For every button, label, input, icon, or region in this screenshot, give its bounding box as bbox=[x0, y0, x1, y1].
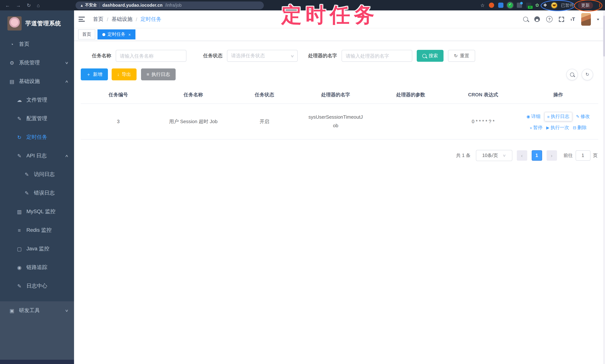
sidebar-item-access-log[interactable]: ✎ 访问日志 bbox=[0, 165, 74, 184]
sidebar-item-infra[interactable]: ▤ 基础设施 ∧ bbox=[0, 72, 74, 91]
scrollbar-thumb[interactable] bbox=[603, 16, 605, 57]
col-handler-param: 处理器的参数 bbox=[373, 86, 448, 104]
chevron-down-icon: ∨ bbox=[502, 154, 506, 157]
sidebar-item-api-log[interactable]: ✎ API 日志 ∧ bbox=[0, 147, 74, 165]
eye-icon: ◉ bbox=[16, 264, 22, 271]
github-icon[interactable] bbox=[534, 16, 540, 22]
sidebar-item-label: Redis 监控 bbox=[26, 227, 52, 234]
task-name-label: 任务名称 bbox=[92, 52, 111, 59]
not-secure-badge[interactable]: ▲ 不安全 bbox=[80, 3, 97, 8]
browser-back-icon[interactable]: ← bbox=[5, 2, 10, 8]
sidebar-bottom-strip bbox=[0, 360, 74, 364]
extension-icon[interactable] bbox=[507, 3, 513, 8]
sidebar-item-log-center[interactable]: ✎ 日志中心 bbox=[0, 277, 74, 295]
extension-icon[interactable] bbox=[517, 3, 522, 8]
list-icon: ≡ bbox=[547, 114, 550, 119]
run-once-link[interactable]: ▶ 执行一次 bbox=[546, 125, 569, 131]
sidebar-item-label: 文件管理 bbox=[26, 97, 47, 104]
next-page-button[interactable]: › bbox=[546, 150, 557, 161]
breadcrumb-separator: / bbox=[107, 16, 108, 22]
search-button[interactable]: 搜索 bbox=[417, 50, 444, 62]
reset-button[interactable]: ↻ 重置 bbox=[448, 50, 475, 62]
table-toolbar: ＋ 新增 ↓ 导出 ≡ 执行日志 ↻ bbox=[81, 68, 598, 80]
delete-link[interactable]: ⊟ 删除 bbox=[573, 125, 587, 131]
task-name-input[interactable] bbox=[116, 50, 186, 62]
chevron-down-icon[interactable]: ▾ bbox=[597, 17, 600, 21]
browser-home-icon[interactable]: ⌂ bbox=[37, 2, 40, 8]
sidebar-item-scheduled-jobs[interactable]: ↻ 定时任务 bbox=[0, 128, 74, 147]
table-row: 3 用户 Session 超时 Job 开启 sysUserSessionTim… bbox=[81, 104, 598, 139]
chevron-up-icon: ∧ bbox=[65, 80, 69, 83]
export-button-label: 导出 bbox=[122, 71, 131, 78]
chevron-down-icon: ∨ bbox=[65, 309, 69, 312]
profile-emoji-avatar[interactable] bbox=[551, 2, 557, 8]
add-button[interactable]: ＋ 新增 bbox=[81, 68, 108, 80]
detail-link[interactable]: ◉ 详细 bbox=[526, 114, 540, 120]
browser-forward-icon[interactable]: → bbox=[16, 2, 21, 8]
extension-icon[interactable] bbox=[489, 3, 494, 8]
sidebar-item-config-manage[interactable]: ✎ 配置管理 bbox=[0, 109, 74, 128]
font-size-icon[interactable]: тT bbox=[570, 16, 575, 22]
sidebar-item-label: 首页 bbox=[19, 41, 29, 48]
breadcrumb-infra[interactable]: 基础设施 bbox=[112, 16, 132, 23]
cell-job-name: 用户 Session 超时 Job bbox=[156, 104, 231, 139]
exec-log-button[interactable]: ≡ 执行日志 bbox=[141, 68, 176, 80]
fullscreen-icon[interactable] bbox=[559, 16, 564, 22]
app-header: 首页 / 基础设施 / 定时任务 ? тT ▾ bbox=[74, 10, 605, 28]
sidebar-item-dev-tools[interactable]: ▣ 研发工具 ∨ bbox=[0, 301, 74, 320]
pause-link[interactable]: × 暂停 bbox=[530, 125, 542, 131]
download-icon: ↓ bbox=[117, 72, 119, 77]
search-icon[interactable] bbox=[523, 17, 528, 22]
breadcrumb-home[interactable]: 首页 bbox=[93, 16, 104, 23]
sidebar-item-system[interactable]: ⚙ 系统管理 ∨ bbox=[0, 53, 74, 72]
sidebar-item-home[interactable]: ◔ 首页 bbox=[0, 35, 74, 53]
hide-search-button[interactable] bbox=[566, 69, 578, 80]
sidebar-item-error-log[interactable]: ✎ 错误日志 bbox=[0, 184, 74, 202]
add-button-label: 新增 bbox=[93, 71, 102, 78]
sidebar-item-java-monitor[interactable]: ▢ Java 监控 bbox=[0, 240, 74, 258]
refresh-button[interactable]: ↻ bbox=[581, 69, 593, 80]
extensions-puzzle-icon[interactable]: ❖ bbox=[543, 3, 547, 8]
export-button[interactable]: ↓ 导出 bbox=[112, 68, 137, 80]
extension-icon[interactable]: ✿ bbox=[535, 3, 539, 8]
handler-name-input[interactable] bbox=[342, 50, 412, 62]
bookmark-star-icon[interactable]: ☆ bbox=[480, 2, 485, 8]
tab-home[interactable]: 首页 bbox=[78, 29, 95, 39]
browser-menu-icon[interactable]: ⋮ bbox=[597, 2, 602, 8]
task-status-select[interactable]: 请选择任务状态 ∨ bbox=[227, 50, 298, 62]
tab-scheduled-jobs[interactable]: 定时任务 × bbox=[97, 29, 136, 39]
page-size-select[interactable]: 10条/页 ∨ bbox=[476, 150, 512, 161]
sidebar: 芋道管理系统 ◔ 首页 ⚙ 系统管理 ∨ ▤ 基础设施 ∧ ☁ bbox=[0, 10, 74, 364]
row-exec-log-link[interactable]: ≡ 执行日志 bbox=[544, 112, 572, 121]
close-icon[interactable]: × bbox=[128, 32, 131, 37]
sidebar-item-mysql-monitor[interactable]: ▥ MySQL 监控 bbox=[0, 202, 74, 221]
extension-icon[interactable] bbox=[498, 3, 503, 8]
play-icon: ▶ bbox=[546, 125, 549, 130]
breadcrumb-current: 定时任务 bbox=[141, 16, 161, 23]
app-logo bbox=[7, 16, 22, 30]
page-1-button[interactable]: 1 bbox=[531, 150, 542, 161]
app-logo-row[interactable]: 芋道管理系统 bbox=[0, 10, 74, 35]
user-avatar[interactable] bbox=[581, 13, 591, 26]
col-cron: CRON 表达式 bbox=[448, 86, 518, 104]
browser-reload-icon[interactable]: ↻ bbox=[27, 2, 31, 8]
sidebar-item-redis-monitor[interactable]: ≡ Redis 监控 bbox=[0, 221, 74, 240]
goto-page-input[interactable] bbox=[575, 150, 590, 161]
collapse-sidebar-icon[interactable] bbox=[79, 17, 85, 22]
breadcrumb-separator: / bbox=[136, 16, 137, 22]
extension-icon[interactable]: on bbox=[526, 3, 531, 8]
sidebar-item-label: 研发工具 bbox=[19, 307, 40, 314]
sidebar-item-file-manage[interactable]: ☁ 文件管理 bbox=[0, 91, 74, 109]
browser-update-button[interactable]: 更新 bbox=[578, 2, 593, 9]
refresh-icon: ↻ bbox=[585, 72, 589, 77]
address-bar[interactable]: ▲ 不安全 dashboard.yudao.iocoder.cn/infra/j… bbox=[76, 1, 264, 9]
edit-link[interactable]: ✎ 修改 bbox=[576, 114, 590, 120]
prev-page-button[interactable]: ‹ bbox=[517, 150, 527, 161]
sidebar-item-label: API 日志 bbox=[26, 153, 47, 159]
list-icon: ≡ bbox=[147, 72, 149, 77]
scrollbar[interactable] bbox=[603, 10, 605, 364]
goto-prefix: 前往 bbox=[564, 152, 573, 159]
help-icon[interactable]: ? bbox=[546, 16, 552, 22]
sidebar-item-tracing[interactable]: ◉ 链路追踪 bbox=[0, 258, 74, 277]
url-host: dashboard.yudao.iocoder.cn bbox=[102, 3, 163, 7]
